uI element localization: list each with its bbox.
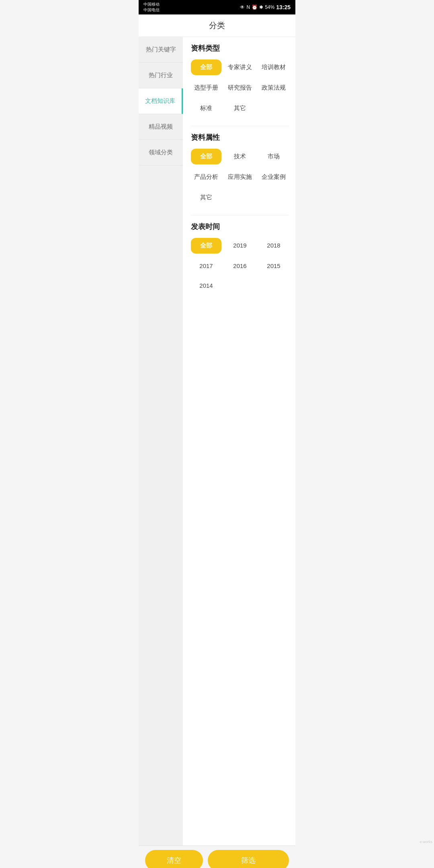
sidebar-item-domain-category[interactable]: 领域分类	[139, 140, 183, 166]
nfc-icon: N	[246, 4, 250, 10]
tag-selection[interactable]: 选型手册	[191, 80, 221, 96]
sidebar-item-doc-knowledge[interactable]: 文档知识库	[139, 88, 183, 114]
alarm-icon: ⏰	[252, 4, 258, 10]
tag-2018[interactable]: 2018	[258, 238, 289, 254]
tag-expert[interactable]: 专家讲义	[225, 59, 255, 75]
section-material-type: 资料类型 全部 专家讲义 培训教材 选型手册 研究报告 政策法规	[191, 43, 289, 116]
tag-apply[interactable]: 应用实施	[225, 169, 255, 185]
divider-1	[191, 126, 289, 126]
section-publish-time-title: 发表时间	[191, 222, 289, 231]
tag-2015[interactable]: 2015	[258, 258, 289, 273]
page-header: 分类	[139, 14, 295, 37]
sidebar-item-hot-industry[interactable]: 热门行业	[139, 63, 183, 88]
carrier1: 中国移动	[143, 2, 160, 7]
material-attr-tags: 全部 技术 市场 产品分析 应用实施 企业案例 其它	[191, 149, 289, 205]
sidebar: 热门关键字 热门行业 文档知识库 精品视频 领域分类	[139, 37, 183, 845]
tag-training[interactable]: 培训教材	[258, 59, 289, 75]
filter-button[interactable]: 筛选	[208, 850, 289, 868]
material-type-tags: 全部 专家讲义 培训教材 选型手册 研究报告 政策法规 标准	[191, 59, 289, 116]
carrier-info: 中国移动 中国电信	[143, 2, 160, 13]
main-layout: 热门关键字 热门行业 文档知识库 精品视频 领域分类 资料类型 全部 专家讲义	[139, 37, 295, 845]
section-publish-time: 发表时间 全部 2019 2018 2017 2016 2015	[191, 222, 289, 293]
carrier2: 中国电信	[143, 7, 160, 13]
tag-2019[interactable]: 2019	[225, 238, 255, 254]
bottom-buttons: 清空 筛选	[139, 845, 295, 868]
publish-time-tags: 全部 2019 2018 2017 2016 2015 2014	[191, 238, 289, 293]
bluetooth-icon: ✱	[259, 4, 263, 10]
tag-research[interactable]: 研究报告	[225, 80, 255, 96]
sidebar-item-hot-keywords[interactable]: 热门关键字	[139, 37, 183, 63]
status-right: 👁 N ⏰ ✱ 54% 13:25	[240, 4, 291, 10]
tag-product[interactable]: 产品分析	[191, 169, 221, 185]
section-material-type-title: 资料类型	[191, 43, 289, 53]
page-title: 分类	[209, 21, 225, 30]
section-material-attr: 资料属性 全部 技术 市场 产品分析 应用实施 企业案例	[191, 133, 289, 205]
tag-policy[interactable]: 政策法规	[258, 80, 289, 96]
tag-other-type[interactable]: 其它	[225, 100, 255, 116]
battery-text: 54%	[265, 4, 274, 10]
content-area: 资料类型 全部 专家讲义 培训教材 选型手册 研究报告 政策法规	[183, 37, 295, 845]
tag-2017[interactable]: 2017	[191, 258, 221, 273]
status-bar: 中国移动 中国电信 👁 N ⏰ ✱ 54% 13:25	[139, 0, 295, 14]
section-material-attr-title: 资料属性	[191, 133, 289, 142]
tag-time-all[interactable]: 全部	[191, 238, 221, 254]
eye-icon: 👁	[240, 4, 245, 10]
tag-tech[interactable]: 技术	[225, 149, 255, 164]
tag-market[interactable]: 市场	[258, 149, 289, 164]
tag-material-all[interactable]: 全部	[191, 59, 221, 75]
tag-attr-all[interactable]: 全部	[191, 149, 221, 164]
tag-other-attr[interactable]: 其它	[191, 190, 221, 205]
tag-standard[interactable]: 标准	[191, 100, 221, 116]
sidebar-item-quality-video[interactable]: 精品视频	[139, 114, 183, 140]
tag-2014[interactable]: 2014	[191, 278, 221, 293]
time: 13:25	[276, 4, 291, 10]
clear-button[interactable]: 清空	[145, 850, 203, 868]
tag-2016[interactable]: 2016	[225, 258, 255, 273]
divider-2	[191, 215, 289, 215]
tag-enterprise[interactable]: 企业案例	[258, 169, 289, 185]
